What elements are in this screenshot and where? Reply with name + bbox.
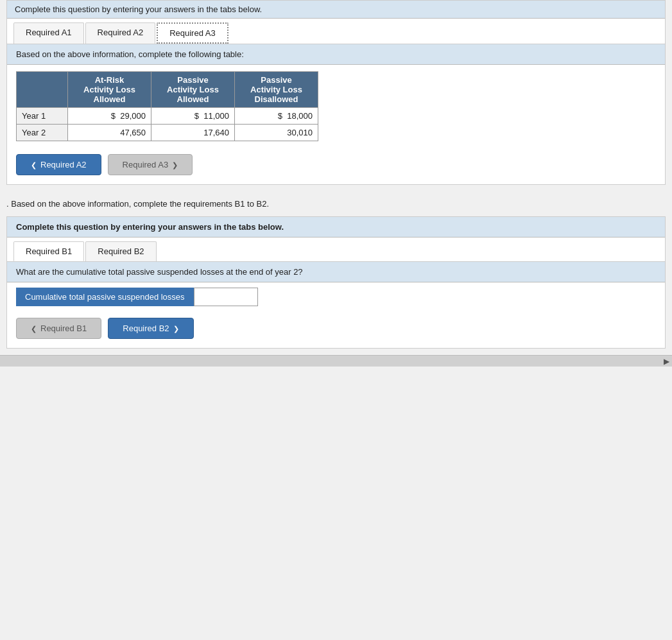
chevron-right-b-icon bbox=[173, 324, 179, 333]
year1-passive-allowed-cell: $ 11,000 bbox=[151, 108, 235, 125]
footer-arrow-icon: ▶ bbox=[664, 357, 669, 366]
top-header-bar: Complete this question by entering your … bbox=[7, 1, 665, 19]
tab-required-b2[interactable]: Required B2 bbox=[85, 241, 156, 261]
forward-required-a3-button[interactable]: Required A3 bbox=[108, 154, 193, 175]
question-area: What are the cumulative total passive su… bbox=[7, 262, 665, 282]
main-data-table: At-RiskActivity LossAllowed PassiveActiv… bbox=[16, 71, 318, 141]
year1-at-risk-cell: $ 29,000 bbox=[68, 108, 151, 125]
tab-required-a1[interactable]: Required A1 bbox=[13, 22, 84, 44]
table-row-year1: Year 1 $ 29,000 $ 11,000 $ 18,000 bbox=[17, 108, 318, 125]
forward-required-b2-button[interactable]: Required B2 bbox=[108, 318, 193, 339]
input-row: Cumulative total passive suspended losse… bbox=[7, 282, 665, 311]
top-section: Complete this question by entering your … bbox=[6, 0, 666, 185]
col-header-passive-allowed: PassiveActivity LossAllowed bbox=[151, 72, 235, 108]
chevron-left-b-icon bbox=[31, 324, 37, 333]
input-label: Cumulative total passive suspended losse… bbox=[16, 288, 194, 306]
cumulative-losses-input[interactable] bbox=[194, 288, 258, 306]
top-nav-buttons: Required A2 Required A3 bbox=[7, 148, 665, 184]
year2-passive-disallowed-cell: 30,010 bbox=[235, 125, 318, 141]
col-header-year bbox=[17, 72, 68, 108]
top-section-instruction: Based on the above information, complete… bbox=[7, 44, 665, 65]
year1-passive-disallowed-cell: $ 18,000 bbox=[235, 108, 318, 125]
tab-required-a2[interactable]: Required A2 bbox=[85, 22, 156, 44]
top-header-text: Complete this question by entering your … bbox=[15, 4, 262, 14]
bottom-header-bar: Complete this question by entering your … bbox=[7, 217, 665, 238]
table-row-year2: Year 2 47,650 17,640 30,010 bbox=[17, 125, 318, 141]
year1-label: Year 1 bbox=[17, 108, 68, 125]
chevron-right-icon bbox=[172, 160, 178, 169]
top-tabs-row: Required A1 Required A2 Required A3 bbox=[7, 19, 665, 44]
col-header-passive-disallowed: PassiveActivity LossDisallowed bbox=[235, 72, 318, 108]
bottom-tabs-row: Required B1 Required B2 bbox=[7, 238, 665, 262]
tab-required-b1[interactable]: Required B1 bbox=[13, 241, 84, 261]
tab-required-a3[interactable]: Required A3 bbox=[157, 22, 228, 44]
back-required-a2-button[interactable]: Required A2 bbox=[16, 154, 101, 175]
bottom-section: Complete this question by entering your … bbox=[6, 216, 666, 349]
col-header-at-risk: At-RiskActivity LossAllowed bbox=[68, 72, 151, 108]
page-wrapper: Complete this question by entering your … bbox=[0, 0, 672, 367]
year2-at-risk-cell: 47,650 bbox=[68, 125, 151, 141]
footer-bar: ▶ bbox=[0, 355, 672, 367]
back-required-b1-button[interactable]: Required B1 bbox=[16, 318, 101, 339]
middle-text: . Based on the above information, comple… bbox=[0, 191, 672, 216]
bottom-nav-buttons: Required B1 Required B2 bbox=[7, 311, 665, 348]
year2-label: Year 2 bbox=[17, 125, 68, 141]
year2-passive-allowed-cell: 17,640 bbox=[151, 125, 235, 141]
table-container: At-RiskActivity LossAllowed PassiveActiv… bbox=[7, 65, 665, 148]
chevron-left-icon bbox=[31, 160, 37, 169]
